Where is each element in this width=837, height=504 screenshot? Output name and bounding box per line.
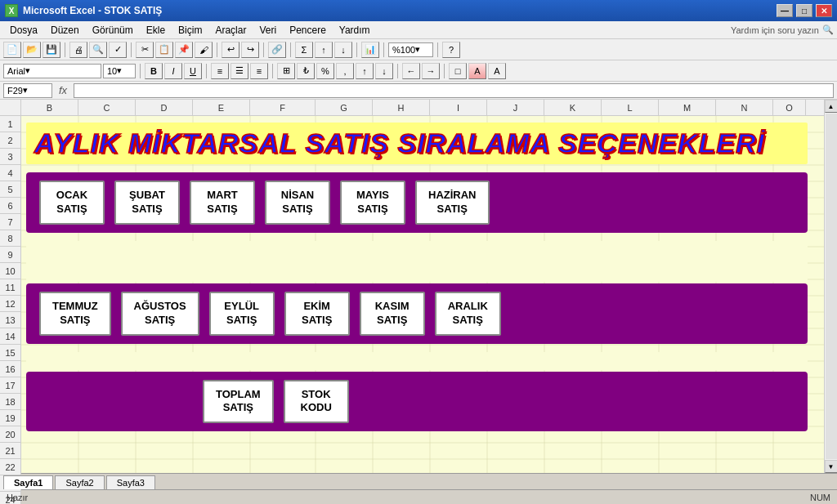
sheet-tab-2[interactable]: Sayfa2	[55, 475, 104, 489]
decrease-decimal[interactable]: ↓	[375, 63, 393, 79]
menu-dosya[interactable]: Dosya	[3, 23, 44, 38]
help-search-icon[interactable]: 🔍	[822, 25, 834, 35]
menu-araclar[interactable]: Araçlar	[208, 23, 253, 38]
underline-button[interactable]: U	[184, 63, 202, 79]
spellcheck-button[interactable]: ✓	[109, 42, 127, 58]
percent-button[interactable]: %	[316, 63, 334, 79]
menu-pencere[interactable]: Pencere	[283, 23, 333, 38]
merge-button[interactable]: ⊞	[277, 63, 295, 79]
print-button[interactable]: 🖨	[69, 42, 87, 58]
nisan-satis-button[interactable]: NİSANSATIŞ	[265, 181, 330, 225]
subat-satis-button[interactable]: ŞUBATSATIŞ	[114, 181, 180, 225]
col-header-K[interactable]: K	[544, 100, 602, 115]
row-7[interactable]: 7	[0, 214, 20, 230]
row-14[interactable]: 14	[0, 328, 20, 345]
row-3[interactable]: 3	[0, 149, 20, 165]
cut-button[interactable]: ✂	[136, 42, 154, 58]
aralik-satis-button[interactable]: ARALIKSATIŞ	[435, 292, 501, 336]
align-left-button[interactable]: ≡	[211, 63, 229, 79]
mayis-satis-button[interactable]: MAYISSATIŞ	[340, 181, 405, 225]
ekim-satis-button[interactable]: EKİMSATIŞ	[284, 292, 350, 336]
menu-ekle[interactable]: Ekle	[140, 23, 172, 38]
help-button[interactable]: ?	[442, 42, 460, 58]
size-combo[interactable]: 10▾	[103, 64, 136, 78]
col-header-O[interactable]: O	[773, 100, 806, 115]
currency-button[interactable]: ₺	[297, 63, 315, 79]
row-4[interactable]: 4	[0, 165, 20, 181]
menu-duzen[interactable]: Düzen	[44, 23, 86, 38]
haziran-satis-button[interactable]: HAZİRANSATIŞ	[415, 181, 490, 225]
paste-button[interactable]: 📌	[175, 42, 193, 58]
formula-input[interactable]	[74, 83, 834, 98]
temmuz-satis-button[interactable]: TEMMUZSATIŞ	[39, 292, 111, 336]
stok-kodu-button[interactable]: STOKKODU	[284, 380, 349, 424]
sort-asc-button[interactable]: ↑	[315, 42, 333, 58]
col-header-I[interactable]: I	[430, 100, 487, 115]
row-8[interactable]: 8	[0, 230, 20, 247]
menu-yardim[interactable]: Yardım	[333, 23, 377, 38]
col-header-H[interactable]: H	[373, 100, 430, 115]
fill-color-button[interactable]: A	[468, 63, 486, 79]
align-center-button[interactable]: ☰	[231, 63, 248, 79]
indent-decrease[interactable]: ←	[402, 63, 420, 79]
sheet-tab-3[interactable]: Sayfa3	[106, 475, 155, 489]
row-9[interactable]: 9	[0, 247, 20, 263]
font-combo[interactable]: Arial▾	[3, 64, 101, 78]
eylul-satis-button[interactable]: EYLÜLSATIŞ	[209, 292, 275, 336]
kasim-satis-button[interactable]: KASIMSATIŞ	[360, 292, 425, 336]
menu-bicim[interactable]: Biçim	[172, 23, 208, 38]
row-1[interactable]: 1	[0, 116, 20, 132]
row-2[interactable]: 2	[0, 132, 20, 149]
comma-button[interactable]: ,	[336, 63, 354, 79]
row-20[interactable]: 20	[0, 426, 20, 443]
save-button[interactable]: 💾	[43, 42, 60, 58]
format-painter[interactable]: 🖌	[195, 42, 213, 58]
cell-reference[interactable]: F29▾	[3, 83, 52, 98]
border-button[interactable]: □	[449, 63, 467, 79]
close-button[interactable]: ✕	[816, 4, 832, 17]
indent-increase[interactable]: →	[422, 63, 440, 79]
col-header-L[interactable]: L	[602, 100, 659, 115]
hyperlink-button[interactable]: 🔗	[268, 42, 286, 58]
row-21[interactable]: 21	[0, 443, 20, 459]
sort-desc-button[interactable]: ↓	[334, 42, 352, 58]
row-10[interactable]: 10	[0, 263, 20, 279]
row-22[interactable]: 22	[0, 459, 20, 475]
preview-button[interactable]: 🔍	[89, 42, 107, 58]
row-16[interactable]: 16	[0, 361, 20, 377]
scroll-track[interactable]	[826, 114, 837, 459]
open-button[interactable]: 📂	[23, 42, 41, 58]
row-17[interactable]: 17	[0, 377, 20, 394]
toplam-satis-button[interactable]: TOPLAMSATIŞ	[203, 380, 274, 424]
maximize-button[interactable]: □	[796, 4, 812, 17]
copy-button[interactable]: 📋	[155, 42, 173, 58]
col-header-J[interactable]: J	[487, 100, 544, 115]
redo-button[interactable]: ↪	[241, 42, 259, 58]
row-19[interactable]: 19	[0, 410, 20, 426]
align-right-button[interactable]: ≡	[250, 63, 268, 79]
bold-button[interactable]: B	[145, 63, 163, 79]
menu-veri[interactable]: Veri	[253, 23, 283, 38]
chart-button[interactable]: 📊	[361, 42, 379, 58]
row-13[interactable]: 13	[0, 312, 20, 328]
sheet-tab-1[interactable]: Sayfa1	[3, 475, 53, 489]
col-header-F[interactable]: F	[250, 100, 316, 115]
col-header-E[interactable]: E	[193, 100, 250, 115]
row-15[interactable]: 15	[0, 345, 20, 361]
col-header-D[interactable]: D	[136, 100, 193, 115]
col-header-G[interactable]: G	[316, 100, 373, 115]
col-header-C[interactable]: C	[78, 100, 136, 115]
scroll-down-arrow[interactable]: ▼	[825, 460, 838, 473]
row-11[interactable]: 11	[0, 279, 20, 296]
col-header-N[interactable]: N	[716, 100, 773, 115]
ocak-satis-button[interactable]: OCAKSATIŞ	[39, 181, 105, 225]
autosum-button[interactable]: Σ	[295, 42, 313, 58]
font-color-button[interactable]: A	[488, 63, 506, 79]
mart-satis-button[interactable]: MARTSATIŞ	[190, 181, 255, 225]
minimize-button[interactable]: —	[777, 4, 793, 17]
col-header-M[interactable]: M	[659, 100, 716, 115]
scroll-up-arrow[interactable]: ▲	[825, 100, 838, 113]
row-6[interactable]: 6	[0, 198, 20, 214]
row-12[interactable]: 12	[0, 296, 20, 312]
zoom-combo[interactable]: %100▾	[388, 42, 433, 57]
